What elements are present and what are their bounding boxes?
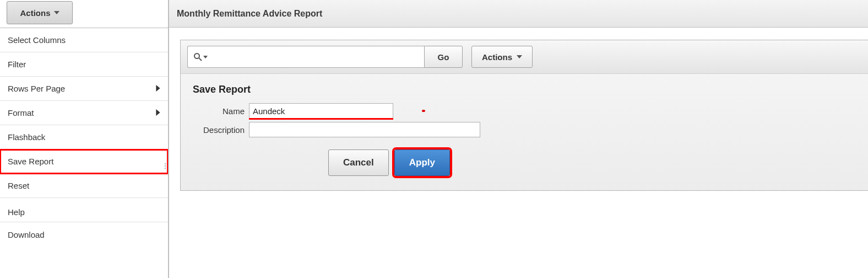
search-column-selector[interactable] [187, 46, 213, 68]
menu-item-format[interactable]: Format [0, 101, 168, 125]
menu-item-label: Rows Per Page [8, 84, 65, 93]
chevron-down-icon [203, 56, 208, 58]
chevron-down-icon [517, 55, 522, 58]
menu-item-rows-per-page[interactable]: Rows Per Page [0, 77, 168, 101]
chevron-right-icon [156, 84, 160, 93]
page-title: Monthly Remittance Advice Report [177, 9, 322, 19]
actions-menu-button[interactable]: Actions [7, 1, 73, 24]
menu-item-flashback[interactable]: Flashback [0, 125, 168, 149]
menu-item-label: Filter [8, 60, 26, 69]
page-title-bar: Monthly Remittance Advice Report [169, 0, 868, 28]
menu-item-download[interactable]: Download [0, 222, 168, 247]
save-report-panel: Save Report Name Description Cancel Appl… [180, 73, 868, 191]
search-toolbar: Go Actions [180, 40, 868, 73]
search-icon [193, 52, 202, 61]
go-button[interactable]: Go [424, 46, 463, 68]
chevron-down-icon [54, 11, 59, 14]
button-row: Cancel Apply [328, 149, 858, 176]
description-row: Description [191, 122, 858, 137]
main-content: Monthly Remittance Advice Report Go Acti… [168, 0, 868, 278]
kebab-icon [165, 163, 166, 169]
annotation-underline [249, 118, 393, 120]
menu-item-label: Download [8, 230, 45, 239]
svg-point-0 [194, 54, 199, 58]
apply-button[interactable]: Apply [394, 149, 450, 176]
menu-item-select-columns[interactable]: Select Columns [0, 28, 168, 52]
toolbar-actions-button[interactable]: Actions [471, 46, 533, 68]
search-group: Go [187, 46, 463, 68]
cancel-button[interactable]: Cancel [328, 149, 389, 176]
menu-item-filter[interactable]: Filter [0, 52, 168, 77]
menu-item-label: Reset [8, 181, 29, 190]
name-row: Name [191, 103, 858, 119]
menu-item-label: Save Report [8, 157, 53, 166]
description-label: Description [191, 125, 249, 135]
menu-item-save-report[interactable]: Save Report [0, 149, 168, 174]
menu-item-label: Flashback [8, 132, 45, 142]
search-input[interactable] [213, 46, 424, 68]
description-input[interactable] [249, 122, 480, 137]
actions-menu-list: Select Columns Filter Rows Per Page Form… [0, 28, 168, 247]
toolbar-actions-label: Actions [482, 52, 512, 62]
menu-item-reset[interactable]: Reset [0, 174, 168, 198]
chevron-right-icon [156, 108, 160, 117]
panel-title: Save Report [193, 84, 858, 95]
actions-menu-panel: Actions Select Columns Filter Rows Per P… [0, 0, 168, 278]
name-input[interactable] [249, 103, 393, 119]
actions-menu-label: Actions [20, 8, 50, 18]
menu-item-label: Help [8, 207, 25, 217]
annotation-mark [422, 110, 425, 112]
menu-item-label: Select Columns [8, 35, 66, 45]
svg-line-1 [199, 58, 202, 61]
menu-item-label: Format [8, 108, 34, 117]
menu-item-help[interactable]: Help [0, 198, 168, 222]
name-label: Name [191, 106, 249, 116]
